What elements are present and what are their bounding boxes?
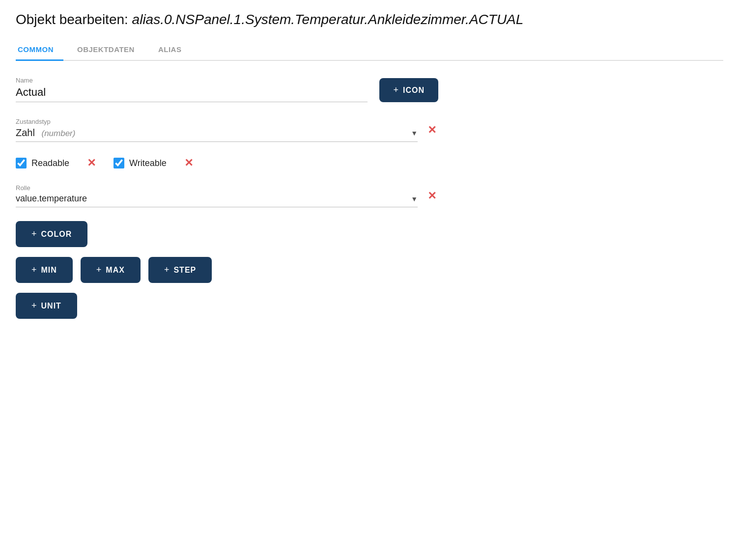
readable-clear-button[interactable]: ✕ bbox=[85, 156, 98, 170]
readable-label: Readable bbox=[31, 158, 69, 168]
zustandstyp-value: Zahl bbox=[16, 127, 35, 138]
max-button[interactable]: + MAX bbox=[81, 257, 141, 283]
min-button-label: MIN bbox=[41, 266, 57, 275]
icon-button-label: ICON bbox=[403, 86, 425, 95]
name-row: Name + ICON bbox=[16, 77, 438, 102]
name-input[interactable] bbox=[16, 86, 368, 102]
unit-button[interactable]: + UNIT bbox=[16, 293, 77, 319]
zustandstyp-group: Zustandstyp Zahl (number) ▼ bbox=[16, 118, 418, 142]
plus-icon-max: + bbox=[96, 265, 102, 275]
page-title: Objekt bearbeiten: alias.0.NSPanel.1.Sys… bbox=[16, 12, 723, 28]
color-button[interactable]: + COLOR bbox=[16, 221, 87, 247]
tab-common[interactable]: COMMON bbox=[16, 39, 63, 61]
rolle-value: value.temperature bbox=[16, 194, 87, 204]
chevron-down-icon-rolle: ▼ bbox=[411, 195, 418, 203]
zustandstyp-clear-button[interactable]: ✕ bbox=[426, 123, 438, 138]
step-button[interactable]: + STEP bbox=[148, 257, 212, 283]
zustandstyp-type: (number) bbox=[41, 129, 75, 138]
unit-button-label: UNIT bbox=[41, 302, 61, 310]
min-max-step-row: + MIN + MAX + STEP bbox=[16, 257, 438, 283]
rolle-group: Rolle value.temperature ▼ bbox=[16, 184, 418, 207]
readable-item: Readable bbox=[16, 158, 69, 168]
plus-icon-color: + bbox=[31, 229, 37, 239]
step-button-label: STEP bbox=[173, 266, 196, 275]
writeable-label: Writeable bbox=[129, 158, 167, 168]
max-button-label: MAX bbox=[106, 266, 125, 275]
plus-icon: + bbox=[393, 85, 399, 95]
plus-icon-unit: + bbox=[31, 301, 37, 311]
color-button-label: COLOR bbox=[41, 230, 72, 239]
zustandstyp-row: Zustandstyp Zahl (number) ▼ ✕ bbox=[16, 118, 438, 142]
plus-icon-min: + bbox=[31, 265, 37, 275]
name-label: Name bbox=[16, 77, 368, 84]
unit-row: + UNIT bbox=[16, 293, 438, 319]
min-button[interactable]: + MIN bbox=[16, 257, 73, 283]
writeable-item: Writeable bbox=[114, 158, 167, 168]
writeable-clear-button[interactable]: ✕ bbox=[182, 156, 195, 170]
zustandstyp-dropdown[interactable]: Zahl (number) ▼ bbox=[16, 127, 418, 142]
tab-bar: COMMON OBJEKTDATEN ALIAS bbox=[16, 39, 723, 61]
tab-alias[interactable]: ALIAS bbox=[156, 39, 192, 61]
zustandstyp-label: Zustandstyp bbox=[16, 118, 418, 125]
rolle-row: Rolle value.temperature ▼ ✕ bbox=[16, 184, 438, 207]
icon-button[interactable]: + ICON bbox=[379, 78, 438, 102]
checkbox-row: Readable ✕ Writeable ✕ bbox=[16, 156, 438, 170]
readable-checkbox[interactable] bbox=[16, 158, 27, 168]
tab-objektdaten[interactable]: OBJEKTDATEN bbox=[75, 39, 144, 61]
color-row: + COLOR bbox=[16, 221, 438, 247]
form-section: Name + ICON Zustandstyp Zahl (number) ▼ … bbox=[16, 77, 438, 319]
rolle-dropdown[interactable]: value.temperature ▼ bbox=[16, 194, 418, 207]
chevron-down-icon: ▼ bbox=[411, 129, 418, 137]
plus-icon-step: + bbox=[164, 265, 170, 275]
rolle-clear-button[interactable]: ✕ bbox=[426, 189, 438, 203]
rolle-label: Rolle bbox=[16, 184, 418, 192]
writeable-checkbox[interactable] bbox=[114, 158, 124, 168]
name-field: Name bbox=[16, 77, 368, 102]
